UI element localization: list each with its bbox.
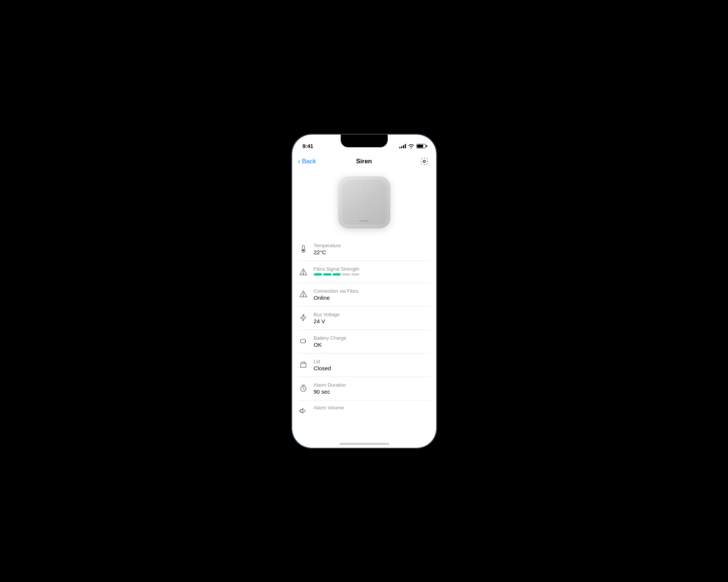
alarm-volume-content: Alarm Volume (314, 405, 430, 411)
segment-2 (323, 273, 331, 276)
fibra-signal-label: Fibra Signal Strength (314, 266, 430, 272)
svg-point-0 (423, 160, 425, 163)
segment-3 (332, 273, 341, 276)
page-title: Siren (356, 158, 372, 165)
signal-icon (399, 144, 406, 148)
back-button[interactable]: ‹ Back (298, 158, 316, 165)
list-item: Fibra Signal Strength (298, 261, 430, 283)
list-item: Alarm Duration 90 sec (298, 377, 430, 400)
bus-voltage-value: 24 V (314, 318, 430, 324)
nav-bar: ‹ Back Siren (292, 152, 436, 170)
list-item: Battery Charge OK (298, 330, 430, 353)
alarm-duration-content: Alarm Duration 90 sec (314, 382, 430, 395)
lid-value: Closed (314, 365, 430, 371)
notch (341, 135, 388, 147)
list-item: Connection via Fibra Online (298, 283, 430, 306)
alarm-duration-value: 90 sec (314, 388, 430, 395)
lightning-icon (298, 312, 309, 323)
list-item: Alarm Volume (298, 400, 430, 414)
temperature-content: Temperature 22°C (314, 243, 430, 255)
connection-label: Connection via Fibra (314, 288, 430, 294)
battery-value: OK (314, 342, 430, 348)
home-indicator (339, 443, 389, 445)
temperature-label: Temperature (314, 243, 430, 248)
lid-label: Lid (314, 359, 430, 364)
gear-icon (420, 157, 429, 166)
connection-content: Connection via Fibra Online (314, 288, 430, 301)
battery-icon (298, 336, 309, 346)
status-icons (399, 144, 426, 148)
device-label: AJAX (359, 219, 368, 223)
wifi-icon (408, 144, 414, 148)
segment-1 (314, 273, 322, 276)
device-image-section: AJAX (292, 170, 436, 237)
connection-value: Online (314, 295, 430, 301)
list-item: Bus Voltage 24 V (298, 306, 430, 330)
alarm-volume-label: Alarm Volume (314, 405, 430, 410)
svg-point-1 (303, 249, 304, 251)
segment-4 (342, 273, 350, 276)
status-time: 9:41 (303, 143, 313, 149)
battery-content: Battery Charge OK (314, 335, 430, 348)
bus-voltage-label: Bus Voltage (314, 312, 430, 317)
signal-strength-bar (314, 273, 430, 276)
list-item: Temperature 22°C (298, 237, 430, 261)
segment-5 (351, 273, 359, 276)
volume-icon (298, 406, 309, 414)
back-chevron-icon: ‹ (298, 157, 301, 165)
bus-voltage-content: Bus Voltage 24 V (314, 312, 430, 324)
thermometer-icon (298, 243, 309, 254)
battery-label: Battery Charge (314, 335, 430, 341)
back-label: Back (302, 158, 316, 165)
lid-icon (298, 359, 309, 370)
fibra-signal-content: Fibra Signal Strength (314, 266, 430, 276)
status-bar: 9:41 (292, 135, 436, 152)
lid-content: Lid Closed (314, 359, 430, 371)
alarm-duration-label: Alarm Duration (314, 382, 430, 388)
svg-point-7 (303, 295, 304, 296)
fibra-signal-icon (298, 267, 309, 277)
connection-icon (298, 289, 309, 299)
list-item: Lid Closed (298, 353, 430, 377)
device-mesh (342, 180, 387, 225)
info-list: Temperature 22°C Fibra Signal Str (292, 237, 436, 414)
clock-icon (298, 383, 309, 393)
temperature-value: 22°C (314, 249, 430, 255)
settings-button[interactable] (418, 155, 430, 167)
battery-status-icon (416, 144, 426, 148)
svg-rect-8 (300, 339, 305, 343)
svg-point-4 (303, 273, 304, 274)
device-image: AJAX (338, 176, 390, 229)
